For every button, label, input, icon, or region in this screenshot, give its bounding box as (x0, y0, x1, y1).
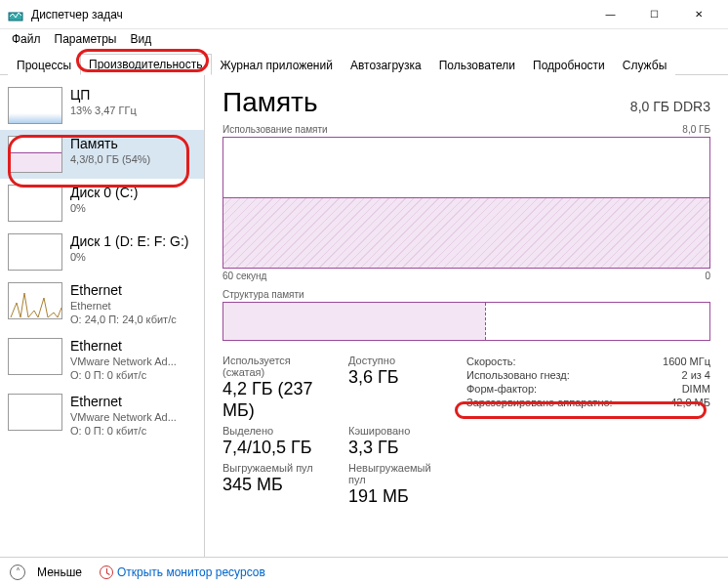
main-panel: Память 8,0 ГБ DDR3 Использование памяти … (205, 75, 728, 557)
sidebar-item-memory[interactable]: Память 4,3/8,0 ГБ (54%) (0, 130, 204, 179)
sidebar-item-ethernet-1[interactable]: Ethernet VMware Network Ad... О: 0 П: 0 … (0, 332, 204, 388)
sidebar-item-disk1[interactable]: Диск 1 (D: E: F: G:) 0% (0, 228, 204, 276)
sidebar-label: Ethernet (70, 394, 177, 409)
titlebar: Диспетчер задач — ☐ ✕ (0, 0, 728, 29)
menubar: Файл Параметры Вид (0, 29, 728, 49)
monitor-icon (100, 565, 113, 579)
menu-options[interactable]: Параметры (51, 30, 121, 48)
sidebar-sub2: О: 24,0 П: 24,0 кбит/с (70, 313, 177, 326)
axis-right: 0 (705, 271, 710, 281)
ethernet-thumb (8, 338, 62, 375)
tab-details[interactable]: Подробности (524, 55, 614, 75)
sidebar-item-ethernet-2[interactable]: Ethernet VMware Network Ad... О: 0 П: 0 … (0, 388, 204, 443)
minimize-button[interactable]: — (588, 0, 632, 29)
open-resource-monitor-link[interactable]: Открыть монитор ресурсов (117, 565, 265, 579)
stat-cached-value: 3,3 ГБ (348, 437, 451, 458)
content: ЦП 13% 3,47 ГГц Память 4,3/8,0 ГБ (54%) … (0, 75, 728, 557)
memory-usage-chart (222, 137, 710, 269)
tab-startup[interactable]: Автозагрузка (342, 55, 430, 75)
cpu-thumb (8, 87, 62, 124)
sidebar-sub2: О: 0 П: 0 кбит/с (70, 368, 177, 382)
hw-slots-value: 2 из 4 (681, 369, 710, 381)
hw-slots-label: Использовано гнезд: (466, 369, 570, 381)
stat-inuse-label: Используется (сжатая) (222, 355, 325, 378)
stat-avail-value: 3,6 ГБ (348, 366, 451, 388)
tab-services[interactable]: Службы (614, 55, 675, 75)
tabstrip: Процессы Производительность Журнал прило… (0, 49, 728, 75)
sidebar-label: Диск 1 (D: E: F: G:) (70, 233, 188, 249)
memory-hardware: 8,0 ГБ DDR3 (630, 99, 710, 114)
stat-paged-label: Выгружаемый пул (222, 462, 325, 474)
sidebar-label: Ethernet (70, 282, 177, 298)
disk-thumb (8, 185, 62, 222)
stat-nonpaged-value: 191 МБ (348, 485, 451, 507)
hw-speed-value: 1600 МГц (663, 356, 710, 367)
sidebar-label: Диск 0 (C:) (70, 185, 138, 200)
sidebar-sub: 4,3/8,0 ГБ (54%) (70, 152, 150, 166)
sidebar-sub: VMware Network Ad... (70, 355, 177, 368)
sidebar-sub: 0% (70, 250, 188, 264)
menu-file[interactable]: Файл (8, 30, 45, 48)
sidebar-sub: VMware Network Ad... (70, 410, 177, 424)
ethernet-thumb (8, 282, 62, 319)
ethernet-thumb (8, 394, 62, 431)
sidebar-sub: 0% (70, 201, 138, 215)
fewer-details-button[interactable]: Меньше (37, 565, 82, 579)
tab-users[interactable]: Пользователи (430, 55, 524, 75)
memory-composition-chart (222, 302, 710, 341)
page-title: Память (222, 87, 318, 118)
usage-chart-max: 8,0 ГБ (682, 124, 710, 135)
axis-left: 60 секунд (222, 271, 266, 281)
sidebar: ЦП 13% 3,47 ГГц Память 4,3/8,0 ГБ (54%) … (0, 75, 205, 557)
hw-form-value: DIMM (682, 383, 710, 395)
hw-reserved-value: 42,0 МБ (670, 397, 710, 408)
tab-processes[interactable]: Процессы (8, 55, 80, 75)
stat-committed-value: 7,4/10,5 ГБ (222, 437, 325, 458)
tab-app-history[interactable]: Журнал приложений (212, 55, 342, 75)
hw-form-label: Форм-фактор: (466, 383, 537, 395)
stat-paged-value: 345 МБ (222, 474, 325, 495)
stat-nonpaged-label: Невыгружаемый пул (348, 462, 451, 485)
disk-thumb (8, 233, 62, 271)
window-title: Диспетчер задач (31, 8, 123, 21)
sidebar-sub: Ethernet (70, 299, 177, 313)
sidebar-item-disk0[interactable]: Диск 0 (C:) 0% (0, 179, 204, 228)
sidebar-item-cpu[interactable]: ЦП 13% 3,47 ГГц (0, 81, 204, 130)
hw-reserved-label: Зарезервировано аппаратно: (466, 397, 613, 408)
menu-view[interactable]: Вид (126, 30, 155, 48)
stat-inuse-value: 4,2 ГБ (237 МБ) (222, 378, 325, 421)
stat-avail-label: Доступно (348, 355, 451, 366)
usage-chart-label: Использование памяти (222, 124, 328, 135)
maximize-button[interactable]: ☐ (632, 0, 676, 29)
footer: ˄ Меньше Открыть монитор ресурсов (0, 557, 728, 586)
hw-speed-label: Скорость: (466, 356, 516, 367)
struct-chart-label: Структура памяти (222, 289, 304, 300)
sidebar-sub2: О: 0 П: 0 кбит/с (70, 424, 177, 438)
collapse-icon[interactable]: ˄ (10, 565, 25, 580)
sidebar-label: Память (70, 136, 150, 151)
memory-thumb (8, 136, 62, 173)
sidebar-item-ethernet-0[interactable]: Ethernet Ethernet О: 24,0 П: 24,0 кбит/с (0, 276, 204, 332)
stat-cached-label: Кэшировано (348, 425, 451, 437)
app-icon (8, 7, 23, 22)
close-button[interactable]: ✕ (676, 0, 720, 29)
sidebar-sub: 13% 3,47 ГГц (70, 104, 137, 117)
stat-committed-label: Выделено (222, 425, 325, 437)
sidebar-label: ЦП (70, 87, 137, 103)
sidebar-label: Ethernet (70, 338, 177, 354)
tab-performance[interactable]: Производительность (80, 54, 211, 75)
